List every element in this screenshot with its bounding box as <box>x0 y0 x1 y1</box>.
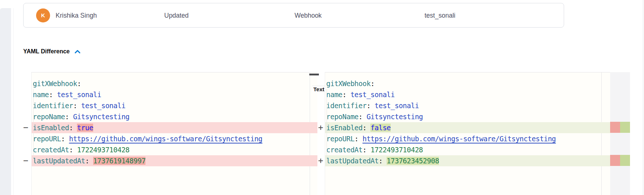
modified-code: gitXWebhook: name: test_sonali identifie… <box>325 72 610 166</box>
code-token-key: identifier <box>33 102 73 110</box>
code-token-str: test_sonali <box>81 102 125 110</box>
code-line: identifier: test_sonali <box>325 100 610 111</box>
yaml-difference-header: YAML Difference <box>23 48 81 55</box>
code-token-url[interactable]: https://github.com/wings-software/Gitsyn… <box>362 135 556 143</box>
code-token-num: 1737623452908 <box>387 157 439 165</box>
indent-guide <box>33 89 34 166</box>
yaml-editor-original[interactable]: gitXWebhook: name: test_sonali identifie… <box>31 72 317 195</box>
audit-resource-name: test_sonali <box>425 11 455 19</box>
code-line: repoName: Gitsynctesting <box>32 111 317 122</box>
code-token-key: createdAt <box>326 146 362 154</box>
code-token-plain: : <box>366 102 374 110</box>
right-diff-gutter: ++ <box>317 72 325 195</box>
code-line: name: test_sonali <box>325 89 610 100</box>
code-token-plain: : <box>370 79 374 88</box>
code-token-plain: : <box>362 124 370 132</box>
code-line: lastUpdatedAt: 1737623452908 <box>325 155 610 166</box>
code-line: createdAt: 1722493710428 <box>32 144 317 155</box>
audit-action: Updated <box>164 11 189 19</box>
section-title: YAML Difference <box>23 48 70 55</box>
code-token-key: isEnabled <box>326 124 362 132</box>
audit-yaml-diff-page: K Krishika Singh Updated Webhook test_so… <box>0 0 644 195</box>
ruler-mark-removed <box>610 155 620 166</box>
code-token-plain: : <box>65 113 73 121</box>
code-token-key: createdAt <box>33 146 69 154</box>
code-token-key: gitXWebhook <box>326 79 370 88</box>
audit-user-name: Krishika Singh <box>56 11 97 19</box>
indent-guide <box>327 89 327 166</box>
code-token-key: identifier <box>326 102 366 110</box>
code-token-plain: : <box>49 91 57 99</box>
yaml-editor-modified[interactable]: gitXWebhook: name: test_sonali identifie… <box>325 72 610 195</box>
window-right-border <box>643 0 643 195</box>
code-token-str: test_sonali <box>351 91 395 99</box>
avatar: K <box>36 8 50 22</box>
code-line: isEnabled: true <box>32 122 317 133</box>
code-line: gitXWebhook: <box>325 78 610 89</box>
code-token-plain: : <box>61 135 69 143</box>
code-token-key: name <box>326 91 342 99</box>
code-token-plain: : <box>359 113 367 121</box>
code-token-key: name <box>33 91 49 99</box>
ruler-mark-added <box>620 155 630 166</box>
code-token-str: test_sonali <box>374 102 419 110</box>
added-line-marker: + <box>317 122 325 133</box>
code-token-plain: : <box>69 124 77 132</box>
code-token-plain: : <box>85 157 93 165</box>
code-token-num: 1737619148997 <box>93 157 145 165</box>
code-line: createdAt: 1722493710428 <box>325 144 610 155</box>
code-token-bool: true <box>77 124 93 132</box>
code-token-plain: : <box>362 146 370 154</box>
code-token-key: lastUpdatedAt <box>33 157 85 165</box>
code-line: repoName: Gitsynctesting <box>325 111 610 122</box>
code-token-url[interactable]: https://github.com/wings-software/Gitsyn… <box>69 135 262 143</box>
code-line: repoURL: https://github.com/wings-softwa… <box>325 133 610 144</box>
code-token-str: Gitsynctesting <box>73 113 129 121</box>
code-line: isEnabled: false <box>325 122 610 133</box>
original-code: gitXWebhook: name: test_sonali identifie… <box>32 72 317 166</box>
ruler-mark-added <box>620 122 630 133</box>
code-token-num: 1722493710428 <box>370 146 423 154</box>
audit-resource-type: Webhook <box>295 11 322 19</box>
code-token-key: repoURL <box>326 135 355 143</box>
code-line: identifier: test_sonali <box>32 100 317 111</box>
ruler-mark-removed <box>610 122 620 133</box>
code-token-plain: : <box>77 79 81 88</box>
code-line: name: test_sonali <box>32 89 317 100</box>
code-line: repoURL: https://github.com/wings-softwa… <box>32 133 317 144</box>
code-token-bool: false <box>370 124 391 132</box>
code-token-num: 1722493710428 <box>77 146 129 154</box>
code-token-str: Gitsynctesting <box>366 113 423 121</box>
code-token-plain: : <box>69 146 77 154</box>
removed-line-marker: − <box>20 155 31 166</box>
overview-ruler[interactable] <box>610 72 630 195</box>
removed-line-marker: − <box>20 122 31 133</box>
code-token-key: repoURL <box>33 135 61 143</box>
code-token-key: isEnabled <box>33 124 69 132</box>
code-token-plain: : <box>379 157 387 165</box>
yaml-diff-viewer: −− gitXWebhook: name: test_sonali identi… <box>0 72 644 195</box>
code-token-str: test_sonali <box>57 91 101 99</box>
code-token-plain: : <box>355 135 363 143</box>
left-diff-gutter: −− <box>20 72 31 195</box>
audit-row-card[interactable]: K Krishika Singh Updated Webhook test_so… <box>23 3 564 28</box>
code-token-plain: : <box>342 91 351 99</box>
code-token-plain: : <box>73 102 81 110</box>
code-token-key: repoName <box>326 113 359 121</box>
code-token-key: gitXWebhook <box>33 79 77 88</box>
code-token-key: repoName <box>33 113 65 121</box>
code-line: gitXWebhook: <box>32 78 317 89</box>
chevron-up-icon[interactable] <box>74 50 81 54</box>
code-line: lastUpdatedAt: 1737619148997 <box>32 155 317 166</box>
code-token-key: lastUpdatedAt <box>326 157 379 165</box>
added-line-marker: + <box>317 155 325 166</box>
